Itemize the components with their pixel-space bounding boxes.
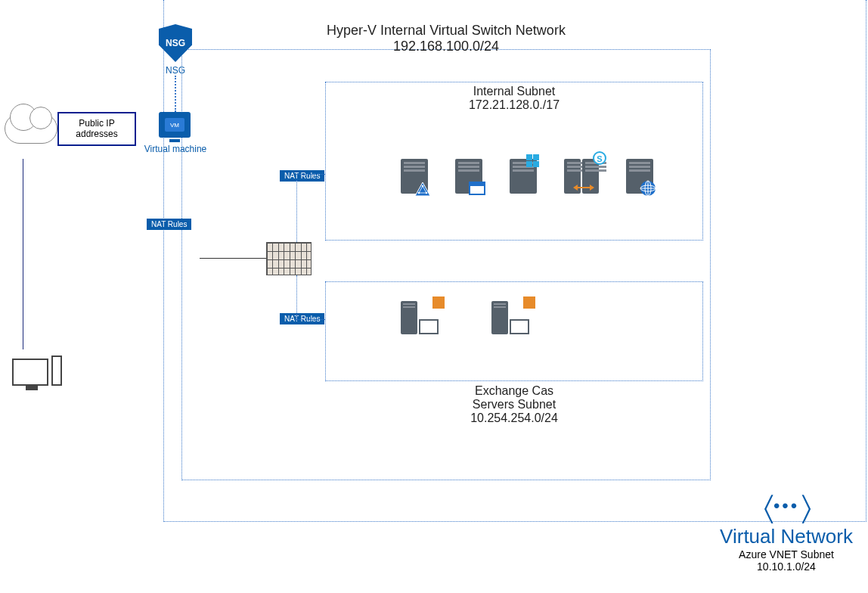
exchange-title-2: Servers Subnet bbox=[401, 398, 628, 411]
public-ip-line2: addresses bbox=[67, 129, 127, 139]
client-pc-group bbox=[12, 355, 62, 386]
vnet-group: 〈•••〉 Virtual Network Azure VNET Subnet … bbox=[711, 490, 862, 573]
firewall-up-dotted bbox=[296, 180, 297, 242]
exchange-server-1 bbox=[401, 301, 439, 334]
windows-logo-icon bbox=[526, 154, 540, 168]
nat-rules-label-1: NAT Rules bbox=[280, 170, 324, 182]
cloud-icon bbox=[5, 113, 57, 144]
svg-marker-0 bbox=[415, 182, 430, 196]
stub-to-exchange bbox=[296, 319, 325, 320]
svg-marker-9 bbox=[590, 185, 594, 191]
server-ad bbox=[401, 159, 428, 194]
public-ip-line1: Public IP bbox=[67, 118, 127, 129]
exchange-servers-row bbox=[401, 301, 529, 334]
internal-subnet-cidr: 172.21.128.0./17 bbox=[401, 98, 628, 112]
firewall-icon bbox=[266, 242, 312, 275]
app-window-icon bbox=[469, 182, 485, 195]
vm-icon: VM bbox=[159, 112, 191, 138]
server-web bbox=[626, 159, 653, 194]
internal-servers-row: S bbox=[401, 159, 653, 194]
vnet-title: Virtual Network bbox=[711, 525, 862, 548]
stub-to-internal bbox=[296, 174, 325, 175]
vnet-subtitle: Azure VNET Subnet bbox=[711, 548, 862, 560]
server-monitor-icon bbox=[419, 319, 439, 334]
nsg-caption: NSG bbox=[159, 65, 192, 76]
nsg-to-vm-line bbox=[175, 76, 176, 112]
nat-rules-label-2: NAT Rules bbox=[147, 219, 191, 230]
server-tower-icon bbox=[491, 301, 508, 334]
firewall-down-dotted bbox=[296, 275, 297, 321]
client-tower-icon bbox=[51, 355, 62, 386]
vnet-cidr: 10.10.1.0/24 bbox=[711, 560, 862, 573]
hyperv-title: Hyper-V Internal Virtual Switch Network bbox=[257, 23, 635, 39]
nsg-group: NSG NSG bbox=[159, 24, 192, 76]
globe-icon bbox=[640, 180, 656, 197]
server-monitor-icon bbox=[510, 319, 529, 334]
public-ip-box: Public IP addresses bbox=[57, 112, 136, 146]
hyperv-network-title-block: Hyper-V Internal Virtual Switch Network … bbox=[257, 23, 635, 54]
nsg-shield-icon: NSG bbox=[159, 24, 192, 62]
server-windows bbox=[510, 159, 537, 194]
server-app bbox=[455, 159, 482, 194]
vm-caption: Virtual machine bbox=[138, 144, 213, 154]
exchange-subnet-title-block: Exchange Cas Servers Subnet 10.254.254.0… bbox=[401, 384, 628, 425]
firewall-connector-line bbox=[200, 258, 266, 259]
vm-group: VM Virtual machine bbox=[159, 112, 192, 154]
internal-subnet-title-block: Internal Subnet 172.21.128.0./17 bbox=[401, 85, 628, 112]
exchange-cidr: 10.254.254.0/24 bbox=[401, 411, 628, 425]
exchange-title-1: Exchange Cas bbox=[401, 384, 628, 398]
exchange-badge-icon bbox=[523, 296, 535, 309]
ad-triangle-icon bbox=[414, 182, 431, 197]
server-edge-skype: S bbox=[564, 159, 599, 194]
svg-marker-8 bbox=[573, 185, 578, 191]
server-tower-icon bbox=[401, 301, 417, 334]
vnet-icon: 〈•••〉 bbox=[711, 490, 862, 525]
hyperv-cidr: 192.168.100.0/24 bbox=[257, 39, 635, 54]
vm-icon-inner: VM bbox=[165, 118, 184, 132]
internal-subnet-title: Internal Subnet bbox=[401, 85, 628, 98]
exchange-server-2 bbox=[491, 301, 529, 334]
client-monitor-icon bbox=[12, 359, 48, 386]
cloud-to-client-line bbox=[23, 159, 23, 349]
skype-icon: S bbox=[593, 151, 606, 165]
bidir-arrow-icon bbox=[573, 183, 594, 192]
exchange-badge-icon bbox=[432, 296, 445, 309]
